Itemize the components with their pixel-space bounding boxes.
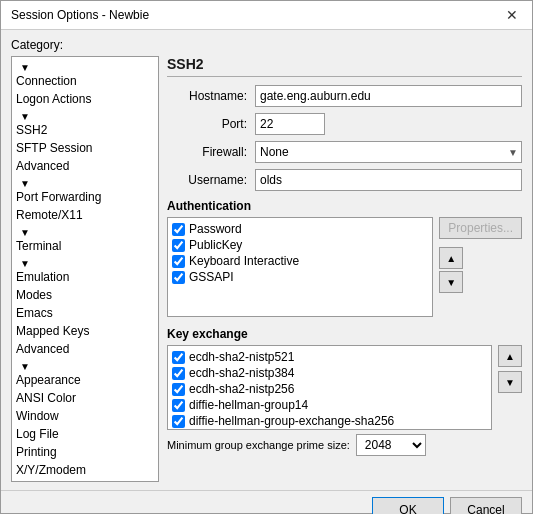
kex-nistp521-row: ecdh-sha2-nistp521 — [172, 350, 487, 364]
min-group-row: Minimum group exchange prime size: 1024 … — [167, 434, 522, 456]
dialog-title: Session Options - Newbie — [11, 8, 149, 22]
sidebar-item-emulation[interactable]: ▼Emulation — [12, 255, 158, 286]
close-button[interactable]: ✕ — [502, 7, 522, 23]
category-label: Category: — [11, 38, 522, 52]
panel-title: SSH2 — [167, 56, 522, 77]
authentication-section-label: Authentication — [167, 199, 522, 213]
username-row: Username: — [167, 169, 522, 191]
firewall-select-wrapper: None Socks4 Socks5 HTTP ▼ — [255, 141, 522, 163]
kex-sha256-checkbox[interactable] — [172, 415, 185, 428]
kex-up-button[interactable]: ▲ — [498, 345, 522, 367]
properties-button[interactable]: Properties... — [439, 217, 522, 239]
sidebar-item-printing[interactable]: Printing — [12, 443, 158, 461]
sidebar-item-port-forwarding[interactable]: ▼Port Forwarding — [12, 175, 158, 206]
port-input[interactable] — [255, 113, 325, 135]
kex-nistp384-row: ecdh-sha2-nistp384 — [172, 366, 487, 380]
kex-wrap: ecdh-sha2-nistp521 ecdh-sha2-nistp384 ec… — [167, 345, 522, 430]
hostname-label: Hostname: — [167, 89, 247, 103]
sidebar-item-xyz-modem[interactable]: X/Y/Zmodem — [12, 461, 158, 479]
sidebar-item-advanced-term[interactable]: Advanced — [12, 340, 158, 358]
sidebar-item-emacs[interactable]: Emacs — [12, 304, 158, 322]
kex-sha256-row: diffie-hellman-group-exchange-sha256 — [172, 414, 487, 428]
firewall-label: Firewall: — [167, 145, 247, 159]
username-label: Username: — [167, 173, 247, 187]
kex-group14-label: diffie-hellman-group14 — [189, 398, 308, 412]
kex-group14-row: diffie-hellman-group14 — [172, 398, 487, 412]
auth-up-button[interactable]: ▲ — [439, 247, 463, 269]
sidebar-item-ssh2[interactable]: ▼SSH2 — [12, 108, 158, 139]
kex-list: ecdh-sha2-nistp521 ecdh-sha2-nistp384 ec… — [167, 345, 492, 430]
port-row: Port: — [167, 113, 522, 135]
right-panel: SSH2 Hostname: Port: Firewall: None — [167, 56, 522, 482]
auth-password-row: Password — [172, 222, 428, 236]
kex-nistp256-row: ecdh-sha2-nistp256 — [172, 382, 487, 396]
sidebar-item-mapped-keys[interactable]: Mapped Keys — [12, 322, 158, 340]
sidebar-item-remote-x11[interactable]: Remote/X11 — [12, 206, 158, 224]
title-bar: Session Options - Newbie ✕ — [1, 1, 532, 30]
key-exchange-section: Key exchange ecdh-sha2-nistp521 ecdh-sha… — [167, 325, 522, 456]
min-group-label: Minimum group exchange prime size: — [167, 439, 350, 451]
auth-password-checkbox[interactable] — [172, 223, 185, 236]
sidebar-item-connection[interactable]: ▼Connection — [12, 59, 158, 90]
kex-sha256-label: diffie-hellman-group-exchange-sha256 — [189, 414, 394, 428]
sidebar-item-appearance[interactable]: ▼Appearance — [12, 358, 158, 389]
auth-gssapi-label: GSSAPI — [189, 270, 234, 284]
cancel-button[interactable]: Cancel — [450, 497, 522, 514]
auth-publickey-checkbox[interactable] — [172, 239, 185, 252]
authentication-section: Password PublicKey Keyboard Interactive — [167, 217, 522, 317]
auth-list-wrap: Password PublicKey Keyboard Interactive — [167, 217, 433, 317]
kex-nistp256-checkbox[interactable] — [172, 383, 185, 396]
auth-buttons: Properties... ▲ ▼ — [439, 217, 522, 317]
kex-nistp521-label: ecdh-sha2-nistp521 — [189, 350, 294, 364]
hostname-input[interactable] — [255, 85, 522, 107]
firewall-row: Firewall: None Socks4 Socks5 HTTP ▼ — [167, 141, 522, 163]
sidebar-item-window[interactable]: Window — [12, 407, 158, 425]
dialog-body: Category: ▼Connection Logon Actions ▼SSH… — [1, 30, 532, 490]
min-group-select[interactable]: 1024 2048 4096 — [356, 434, 426, 456]
auth-password-label: Password — [189, 222, 242, 236]
sidebar-item-sftp-session[interactable]: SFTP Session — [12, 139, 158, 157]
sidebar-item-log-file[interactable]: Log File — [12, 425, 158, 443]
hostname-row: Hostname: — [167, 85, 522, 107]
username-input[interactable] — [255, 169, 522, 191]
dialog-footer: OK Cancel — [1, 490, 532, 514]
auth-keyboard-label: Keyboard Interactive — [189, 254, 299, 268]
session-options-dialog: Session Options - Newbie ✕ Category: ▼Co… — [0, 0, 533, 514]
kex-nistp256-label: ecdh-sha2-nistp256 — [189, 382, 294, 396]
auth-gssapi-checkbox[interactable] — [172, 271, 185, 284]
sidebar-item-terminal[interactable]: ▼Terminal — [12, 224, 158, 255]
auth-keyboard-row: Keyboard Interactive — [172, 254, 428, 268]
auth-gssapi-row: GSSAPI — [172, 270, 428, 284]
sidebar-item-advanced-ssh[interactable]: Advanced — [12, 157, 158, 175]
ok-button[interactable]: OK — [372, 497, 444, 514]
main-content: ▼Connection Logon Actions ▼SSH2 SFTP Ses… — [11, 56, 522, 482]
kex-nistp521-checkbox[interactable] — [172, 351, 185, 364]
kex-nistp384-checkbox[interactable] — [172, 367, 185, 380]
sidebar-item-logon-actions[interactable]: Logon Actions — [12, 90, 158, 108]
kex-nistp384-label: ecdh-sha2-nistp384 — [189, 366, 294, 380]
sidebar-item-ansi-color[interactable]: ANSI Color — [12, 389, 158, 407]
auth-checkbox-list: Password PublicKey Keyboard Interactive — [167, 217, 433, 317]
key-exchange-label: Key exchange — [167, 327, 522, 341]
firewall-select[interactable]: None Socks4 Socks5 HTTP — [255, 141, 522, 163]
sidebar-item-modes[interactable]: Modes — [12, 286, 158, 304]
auth-publickey-label: PublicKey — [189, 238, 242, 252]
auth-keyboard-checkbox[interactable] — [172, 255, 185, 268]
port-label: Port: — [167, 117, 247, 131]
kex-down-button[interactable]: ▼ — [498, 371, 522, 393]
auth-down-button[interactable]: ▼ — [439, 271, 463, 293]
kex-buttons: ▲ ▼ — [498, 345, 522, 430]
sidebar: ▼Connection Logon Actions ▼SSH2 SFTP Ses… — [11, 56, 159, 482]
auth-publickey-row: PublicKey — [172, 238, 428, 252]
kex-group14-checkbox[interactable] — [172, 399, 185, 412]
